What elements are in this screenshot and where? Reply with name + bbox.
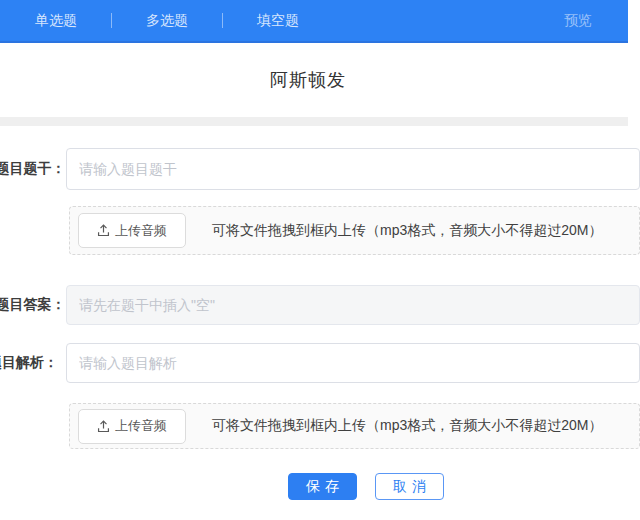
stem-upload-hint: 可将文件拖拽到框内上传（mp3格式，音频大小不得超过20M） [212, 222, 602, 240]
save-button[interactable]: 保存 [288, 473, 357, 500]
analysis-label: 题目解析： [0, 354, 66, 372]
stem-label: *题目题干： [0, 160, 66, 178]
stem-label-text: 题目题干： [0, 160, 65, 176]
upload-icon [97, 420, 110, 433]
answer-input[interactable] [66, 285, 640, 325]
analysis-upload-dropzone[interactable]: 上传音频 可将文件拖拽到框内上传（mp3格式，音频大小不得超过20M） [69, 403, 640, 449]
preview-button[interactable]: 预览 [564, 12, 592, 30]
upload-button-label: 上传音频 [115, 417, 167, 435]
tab-separator [111, 13, 112, 28]
upload-icon [97, 224, 110, 237]
analysis-upload-audio-button[interactable]: 上传音频 [78, 409, 186, 444]
stem-upload-audio-button[interactable]: 上传音频 [78, 213, 186, 248]
tab-multiple-choice[interactable]: 多选题 [134, 8, 200, 34]
tab-fill-blank[interactable]: 填空题 [245, 8, 311, 34]
answer-label-text: 题目答案： [0, 296, 65, 312]
section-divider [0, 117, 628, 126]
page-title: 阿斯顿发 [270, 68, 346, 92]
question-form: *题目题干： 上传音频 可将文件拖拽到框内上传（mp3格式，音频大小不得超过20… [0, 126, 640, 500]
answer-row: *题目答案： [0, 285, 640, 325]
cancel-button[interactable]: 取消 [375, 473, 444, 500]
tab-single-choice[interactable]: 单选题 [23, 8, 89, 34]
stem-row: *题目题干： [0, 148, 640, 190]
stem-input[interactable] [66, 148, 640, 190]
answer-label: *题目答案： [0, 296, 66, 314]
title-band: 阿斯顿发 [0, 43, 628, 117]
stem-upload-dropzone[interactable]: 上传音频 可将文件拖拽到框内上传（mp3格式，音频大小不得超过20M） [69, 206, 640, 255]
tab-separator [222, 13, 223, 28]
analysis-input[interactable] [66, 343, 640, 383]
analysis-row: 题目解析： [0, 343, 640, 383]
form-actions: 保存 取消 [288, 473, 640, 500]
upload-button-label: 上传音频 [115, 222, 167, 240]
analysis-upload-hint: 可将文件拖拽到框内上传（mp3格式，音频大小不得超过20M） [212, 417, 602, 435]
top-nav-bar: 单选题 多选题 填空题 预览 [0, 0, 628, 43]
analysis-label-text: 题目解析： [0, 354, 58, 370]
